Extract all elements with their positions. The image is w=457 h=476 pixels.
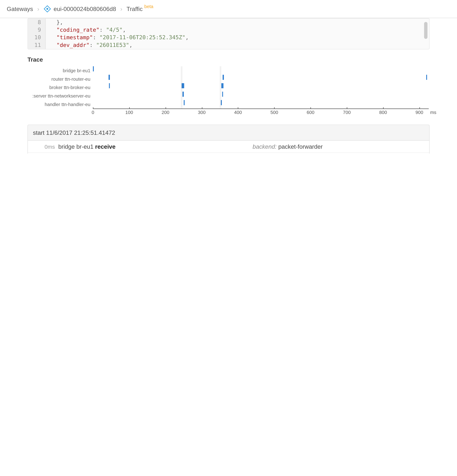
table-row[interactable]: 0msbridge br-eu1 receivebackend:packet-f…	[28, 141, 429, 153]
breadcrumb: Gateways › eui-0000024b080606d8 › Traffi…	[0, 0, 457, 18]
chart-event-tick	[223, 75, 224, 80]
chart-track	[93, 100, 429, 109]
chart-lane: :server ttn-networkserver-eu	[27, 92, 429, 100]
axis-tick	[310, 107, 311, 109]
code-gutter: 8	[28, 18, 46, 26]
chart-event-tick	[223, 83, 223, 88]
chart-lane: router ttn-router-eu	[27, 75, 429, 83]
beta-badge: beta	[144, 4, 153, 9]
axis-tick	[202, 107, 202, 109]
axis-tick	[238, 107, 238, 109]
chart-event-tick	[109, 83, 110, 88]
trace-table: start 11/6/2017 21:25:51.41472 0msbridge…	[27, 125, 430, 153]
chevron-right-icon: ›	[120, 5, 122, 12]
chart-track	[93, 83, 429, 92]
axis-tick-label: 0	[92, 110, 94, 115]
axis-tick	[93, 107, 93, 109]
code-src: "timestamp": "2017-11-06T20:25:52.345Z",	[46, 34, 189, 41]
start-label: start	[33, 129, 44, 136]
code-line: 9 "coding_rate": "4/5",	[28, 26, 429, 34]
crumb-gateway-label: eui-0000024b080606d8	[54, 5, 116, 12]
chart-event-tick	[183, 83, 184, 88]
axis-tick-label: 800	[379, 110, 387, 115]
page-title: Trace	[27, 56, 430, 63]
trace-desc: bridge br-eu1 receive	[58, 143, 253, 150]
chart-lane: handler ttn-handler-eu	[27, 100, 429, 109]
chart-event-tick	[109, 75, 110, 80]
chart-x-axis: ms 0100200300400500600700800900	[93, 109, 429, 117]
code-gutter: 10	[28, 34, 46, 41]
axis-tick-label: 100	[125, 110, 133, 115]
chart-lane-label: :server ttn-networkserver-eu	[27, 93, 93, 98]
chevron-right-icon: ›	[37, 5, 39, 12]
code-src: "dev_addr": "26011E53",	[46, 41, 133, 49]
chart-track	[93, 92, 429, 100]
axis-tick	[347, 107, 347, 109]
code-line: 11 "dev_addr": "26011E53",	[28, 41, 429, 49]
meta-key: backend:	[253, 143, 277, 150]
meta-value: packet-forwarder	[278, 143, 323, 150]
chart-event-tick	[93, 66, 94, 71]
code-gutter: 11	[28, 41, 46, 49]
axis-tick-label: 900	[415, 110, 423, 115]
gateway-icon	[43, 5, 51, 13]
axis-tick	[129, 107, 130, 109]
chart-lane: broker ttn-broker-eu	[27, 83, 429, 92]
crumb-gateway[interactable]: eui-0000024b080606d8	[43, 5, 116, 13]
code-gutter: 9	[28, 26, 46, 34]
axis-tick-label: 700	[343, 110, 351, 115]
trace-time: 0ms	[31, 143, 58, 150]
trace-meta: backend:packet-forwarder	[253, 143, 426, 150]
page-root: { "breadcrumb": { "root": "Gateways", "g…	[0, 0, 457, 153]
axis-tick-label: 500	[270, 110, 278, 115]
chart-lane-label: broker ttn-broker-eu	[27, 85, 93, 90]
axis-tick-label: 400	[234, 110, 242, 115]
code-line: 8 },	[28, 18, 429, 26]
axis-tick	[383, 107, 383, 109]
code-line: 10 "timestamp": "2017-11-06T20:25:52.345…	[28, 34, 429, 41]
code-src: "coding_rate": "4/5",	[46, 26, 126, 34]
chart-event-tick	[222, 92, 223, 97]
chart-lane-label: router ttn-router-eu	[27, 76, 93, 82]
chart-lane-label: handler ttn-handler-eu	[27, 102, 93, 107]
chart-event-tick	[184, 100, 184, 105]
chart-track	[93, 75, 429, 83]
crumb-gateways[interactable]: Gateways	[7, 5, 33, 12]
chart-event-tick	[183, 92, 184, 97]
chart-lane-label: bridge br-eu1	[27, 68, 93, 73]
start-time: 11/6/2017 21:25:51.41472	[46, 129, 115, 136]
axis-unit: ms	[430, 110, 436, 115]
svg-point-1	[46, 8, 48, 10]
trace-service: bridge br-eu1	[58, 143, 95, 150]
axis-tick-label: 300	[198, 110, 206, 115]
axis-tick-label: 200	[162, 110, 169, 115]
axis-tick	[274, 107, 275, 109]
table-row[interactable]: 0.39msbridge br-eu1 forwardbackend:ttn	[28, 153, 429, 153]
json-payload: 8 },9 "coding_rate": "4/5",10 "timestamp…	[27, 18, 430, 50]
axis-tick-label: 600	[307, 110, 315, 115]
chart-event-tick	[182, 83, 183, 88]
chart-lane: bridge br-eu1	[27, 66, 429, 75]
scrollbar[interactable]	[424, 22, 427, 39]
trace-start-row: start 11/6/2017 21:25:51.41472	[28, 125, 429, 141]
crumb-traffic[interactable]: Traffic beta	[127, 5, 154, 12]
trace-chart: bridge br-eu1router ttn-router-eubroker …	[27, 66, 429, 117]
chart-event-tick	[426, 75, 427, 80]
crumb-traffic-label: Traffic	[127, 5, 143, 12]
chart-track	[93, 66, 429, 75]
chart-event-tick	[221, 100, 222, 105]
trace-action: receive	[95, 143, 116, 150]
axis-tick	[419, 107, 420, 109]
code-src: },	[46, 18, 63, 26]
axis-tick	[165, 107, 166, 109]
